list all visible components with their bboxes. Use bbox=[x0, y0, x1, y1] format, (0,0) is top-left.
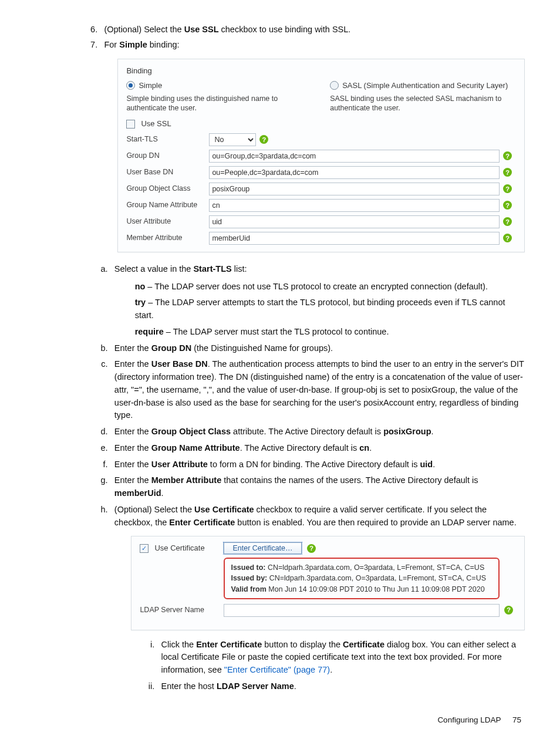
enter-certificate-button[interactable]: Enter Certificate… bbox=[224, 542, 301, 554]
page-number: 75 bbox=[512, 715, 521, 724]
step-a: Select a value in the Start-TLS list: no… bbox=[110, 263, 525, 339]
start-tls-select[interactable]: No bbox=[209, 133, 256, 146]
sub-steps: Select a value in the Start-TLS list: no… bbox=[92, 263, 525, 693]
group-obj-label: Group Object Class bbox=[126, 183, 205, 194]
checkbox-icon bbox=[126, 120, 135, 129]
help-icon[interactable]: ? bbox=[503, 201, 512, 210]
user-base-dn-label: User Base DN bbox=[126, 167, 205, 178]
help-icon[interactable]: ? bbox=[503, 234, 512, 242]
certificate-info-box: Issued to: CN=ldparh.3pardata.com, O=3pa… bbox=[224, 558, 500, 599]
ldap-server-name-input[interactable] bbox=[224, 604, 500, 617]
user-attr-label: User Attribute bbox=[126, 216, 205, 227]
use-ssl-checkbox[interactable]: Use SSL bbox=[126, 118, 516, 130]
group-name-attr-label: Group Name Attribute bbox=[126, 200, 205, 211]
step-h: (Optional) Select the Use Certificate ch… bbox=[110, 504, 525, 693]
group-name-attr-input[interactable] bbox=[209, 199, 500, 212]
help-icon[interactable]: ? bbox=[503, 217, 512, 226]
enter-certificate-link[interactable]: "Enter Certificate" (page 77) bbox=[224, 665, 330, 674]
user-attr-input[interactable] bbox=[209, 215, 500, 228]
help-icon[interactable]: ? bbox=[504, 606, 513, 615]
step-c: Enter the User Base DN. The authenticati… bbox=[110, 358, 525, 422]
checkbox-checked-icon bbox=[140, 544, 149, 553]
footer-title: Configuring LDAP bbox=[437, 715, 501, 724]
start-tls-label: Start-TLS bbox=[126, 134, 205, 145]
sasl-desc: SASL binding uses the selected SASL mach… bbox=[330, 94, 516, 114]
radio-icon bbox=[330, 81, 339, 90]
page-footer: Configuring LDAP 75 bbox=[35, 714, 525, 726]
help-icon[interactable]: ? bbox=[259, 135, 268, 144]
group-obj-input[interactable] bbox=[209, 183, 500, 195]
ldap-server-name-label: LDAP Server Name bbox=[140, 605, 219, 616]
sasl-radio[interactable]: SASL (Simple Authentication and Security… bbox=[330, 80, 516, 92]
panel-title: Binding bbox=[126, 65, 516, 77]
step-b: Enter the Group DN (the Distinguished Na… bbox=[110, 342, 525, 355]
help-icon[interactable]: ? bbox=[503, 151, 512, 160]
step-g: Enter the Member Attribute that contains… bbox=[110, 474, 525, 500]
certificate-panel: Use Certificate Enter Certificate… ? Iss… bbox=[131, 536, 525, 630]
step-7: For Simple binding: bbox=[100, 39, 525, 52]
ordered-steps: (Optional) Select the Use SSL checkbox t… bbox=[81, 23, 525, 52]
simple-desc: Simple binding uses the distinguished na… bbox=[126, 94, 312, 114]
help-icon[interactable]: ? bbox=[503, 184, 512, 193]
group-dn-label: Group DN bbox=[126, 150, 205, 161]
use-certificate-checkbox[interactable]: Use Certificate bbox=[140, 542, 219, 554]
step-d: Enter the Group Object Class attribute. … bbox=[110, 426, 525, 438]
help-icon[interactable]: ? bbox=[307, 544, 316, 553]
member-attr-label: Member Attribute bbox=[126, 232, 205, 244]
step-e: Enter the Group Name Attribute. The Acti… bbox=[110, 442, 525, 455]
binding-panel: Binding Simple Simple binding uses the d… bbox=[117, 59, 525, 252]
substeps-roman: Click the Enter Certificate button to di… bbox=[138, 639, 525, 693]
group-dn-input[interactable] bbox=[209, 150, 500, 163]
user-base-dn-input[interactable] bbox=[209, 166, 500, 179]
step-f: Enter the User Attribute to form a DN fo… bbox=[110, 458, 525, 471]
member-attr-input[interactable] bbox=[209, 232, 500, 245]
radio-checked-icon bbox=[126, 81, 135, 90]
step-i: Click the Enter Certificate button to di… bbox=[157, 639, 525, 677]
simple-radio[interactable]: Simple bbox=[126, 80, 312, 92]
step-6: (Optional) Select the Use SSL checkbox t… bbox=[100, 23, 525, 36]
help-icon[interactable]: ? bbox=[503, 168, 512, 177]
step-ii: Enter the host LDAP Server Name. bbox=[157, 680, 525, 693]
